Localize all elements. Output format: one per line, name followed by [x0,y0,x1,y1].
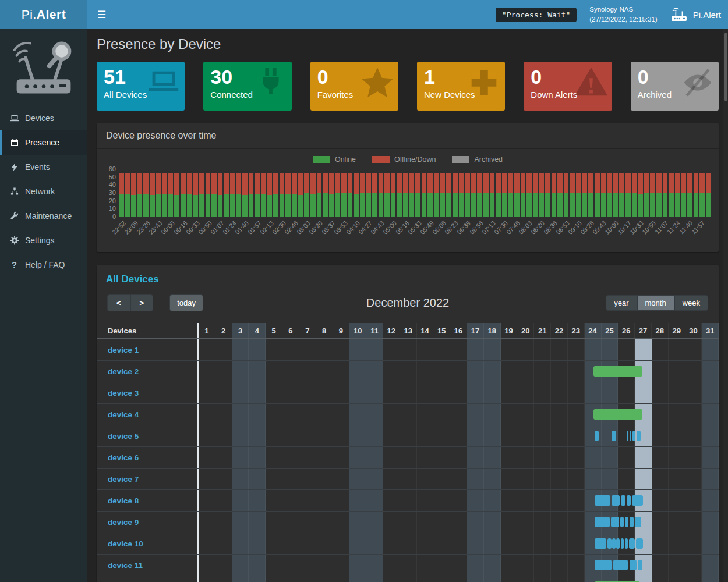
calendar-view-week-button[interactable]: week [674,295,708,311]
chart-x-label: 05:33 [407,219,423,236]
sidebar-item-help[interactable]: ? Help / FAQ [0,253,87,277]
device-presence-row: device 12 [97,576,719,582]
summary-card-connected[interactable]: 30 Connected [203,62,291,111]
chart-bar [218,169,223,217]
summary-card-new-devices[interactable]: 1 New Devices [417,62,505,111]
device-link[interactable]: device 4 [108,410,139,419]
device-link[interactable]: device 9 [108,518,139,527]
chart-x-label: 10:50 [641,219,657,236]
presence-chart: 6050403020100 22:5223:0923:2623:4300:000… [97,166,719,252]
eye-slash-icon [680,65,716,101]
chart-bar [206,169,211,217]
calendar-day-cell [484,361,501,382]
device-link[interactable]: device 8 [108,496,139,505]
calendar-day-cell [417,490,434,511]
sidebar-item-events[interactable]: Events [0,155,87,179]
calendar-prev-button[interactable]: < [107,294,130,311]
calendar-day-cell [232,490,249,511]
calendar-day-cell [551,361,568,382]
chart-x-label: 03:20 [308,219,324,236]
device-presence-row: device 1 [97,339,719,360]
device-link[interactable]: device 2 [108,367,139,376]
all-devices-title: All Devices [97,265,719,291]
calendar-day-cell [568,382,585,403]
chart-bar [403,169,408,217]
presence-bar [612,538,615,549]
sidebar-toggle-button[interactable]: ☰ [87,0,116,29]
calendar-day-cell [417,382,434,403]
calendar-day-cell [366,469,383,489]
chart-x-label: 08:03 [517,219,533,236]
calendar-next-button[interactable]: > [130,294,154,311]
calendar-day-cell [534,361,551,382]
chart-x-label: 10:00 [604,219,620,236]
calendar-day-cell [199,425,215,446]
laptop-icon [146,65,182,101]
calendar-view-year-button[interactable]: year [606,295,637,311]
calendar-day-cell [266,361,282,382]
calendar-day-header: 5 [266,323,282,338]
page-scrollbar[interactable] [723,29,728,582]
y-tick-label: 60 [109,165,116,172]
chart-bar [304,169,309,217]
calendar-day-cell [249,490,266,511]
calendar-day-cell [652,339,669,360]
header-brand-link[interactable]: Pi.Alert [670,8,721,22]
chart-legend: OnlineOffline/DownArchived [97,149,719,166]
calendar-day-cell [266,469,282,489]
calendar-day-cell [232,576,249,582]
sidebar-item-network[interactable]: Network [0,179,87,204]
calendar-view-month-button[interactable]: month [637,295,674,311]
calendar-day-cell [517,576,534,582]
summary-card-archived[interactable]: 0 Archived [631,62,719,111]
y-tick-label: 20 [109,197,116,204]
calendar-day-cell [450,382,467,403]
calendar-day-cell [349,490,366,511]
summary-card-all-devices[interactable]: 51 All Devices [97,62,185,111]
calendar-today-button[interactable]: today [169,294,203,311]
chart-x-label: 01:40 [234,219,250,236]
calendar-day-cell [450,361,467,382]
chart-bar [539,169,544,217]
legend-item: Online [313,155,356,164]
calendar-day-cell [433,361,450,382]
device-link[interactable]: device 3 [108,389,139,398]
calendar-day-cell [433,533,450,554]
device-link[interactable]: device 1 [108,346,139,354]
summary-card-favorites[interactable]: 0 Favorites [310,62,398,111]
sidebar-nav: Devices Presence Events Network Maintena… [0,106,87,277]
sidebar-item-presence[interactable]: Presence [0,130,87,155]
chart-bar [335,169,340,217]
calendar-day-cell [316,339,333,360]
device-presence-grid [197,425,719,446]
device-link[interactable]: device 11 [108,561,143,570]
calendar-day-cell [669,382,685,403]
device-presence-row: device 2 [97,360,719,382]
calendar-day-cell [534,404,551,425]
device-name-cell: device 5 [97,425,197,446]
calendar-day-cell [484,382,501,403]
scrollbar-thumb[interactable] [724,33,727,101]
sidebar-item-devices[interactable]: Devices [0,106,87,130]
chart-bar [706,169,711,217]
brand-logo[interactable]: Pi.Alert [0,0,87,29]
chart-bar [687,169,692,217]
summary-card-down-alerts[interactable]: 0 Down Alerts [524,62,612,111]
calendar-day-cell [702,490,719,511]
device-link[interactable]: device 7 [108,475,139,484]
calendar-day-header: 21 [534,323,551,338]
device-link[interactable]: device 6 [108,453,139,462]
question-icon: ? [9,260,19,269]
device-link[interactable]: device 10 [108,540,143,548]
chart-x-axis: 22:5223:0923:2623:4300:0000:1600:3300:50… [119,218,711,250]
calendar-day-cell [484,512,501,533]
calendar-day-header: 20 [517,323,534,338]
sidebar-item-maintenance[interactable]: Maintenance [0,204,87,228]
calendar-day-cell [685,339,702,360]
calendar-day-cell [249,512,266,533]
calendar-day-cell [215,490,232,511]
sidebar-item-settings[interactable]: Settings [0,228,87,253]
calendar-day-cell [400,382,417,403]
device-link[interactable]: device 5 [108,432,139,441]
calendar-day-cell [467,533,484,554]
